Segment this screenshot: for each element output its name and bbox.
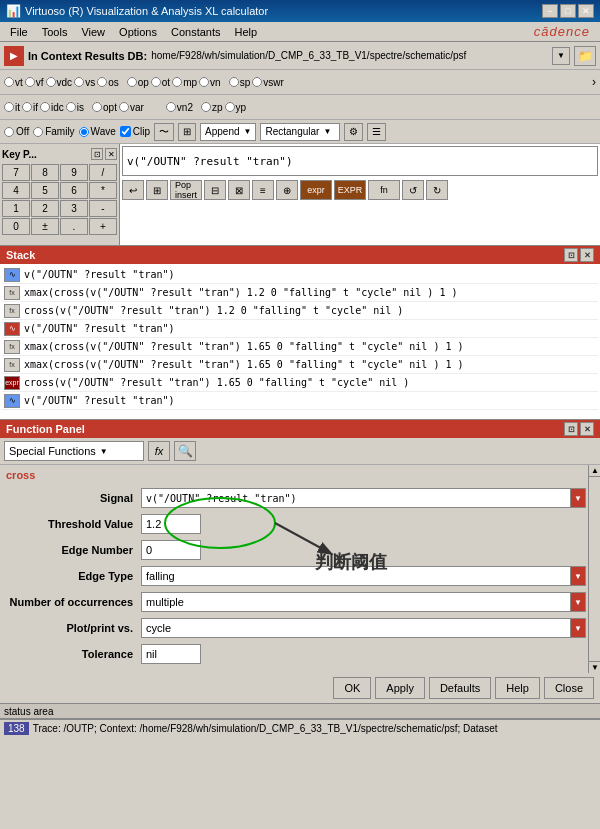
context-folder-button[interactable]: 📁	[574, 46, 596, 66]
stack-close-btn[interactable]: ✕	[580, 248, 594, 262]
radio-sp[interactable]	[229, 77, 239, 87]
occurrences-arrow-btn[interactable]: ▼	[570, 592, 586, 612]
close-window-button[interactable]: ✕	[578, 4, 594, 18]
radio-mp[interactable]	[172, 77, 182, 87]
apply-button[interactable]: Apply	[375, 677, 425, 699]
undo2-btn[interactable]: ↺	[402, 180, 424, 200]
grid-icon-btn[interactable]: ⊞	[178, 123, 196, 141]
tolerance-input[interactable]	[141, 644, 201, 664]
minus-btn[interactable]: ⊟	[204, 180, 226, 200]
list-btn[interactable]: ☰	[367, 123, 386, 141]
key-0[interactable]: 0	[2, 218, 30, 235]
key-plusminus[interactable]: ±	[31, 218, 59, 235]
radio-os[interactable]	[97, 77, 107, 87]
key-divide[interactable]: /	[89, 164, 117, 181]
stack-row-0[interactable]: ∿ v("/OUTN" ?result "tran")	[2, 266, 598, 284]
radio-opt[interactable]	[92, 102, 102, 112]
radio-family[interactable]	[33, 127, 43, 137]
edge-number-input[interactable]	[141, 540, 201, 560]
calc-btn[interactable]: ⊕	[276, 180, 298, 200]
close-button[interactable]: Close	[544, 677, 594, 699]
search-icon-btn[interactable]: 🔍	[174, 441, 196, 461]
scroll-up-btn[interactable]: ▲	[589, 465, 600, 477]
menu-tools[interactable]: Tools	[36, 25, 74, 39]
stack-row-5[interactable]: fx xmax(cross(v("/OUTN" ?result "tran") …	[2, 356, 598, 374]
expression-input[interactable]	[122, 146, 598, 176]
rectangular-dropdown[interactable]: Rectangular ▼	[260, 123, 340, 141]
stack-detach-btn[interactable]: ⊡	[564, 248, 578, 262]
key-minus[interactable]: -	[89, 200, 117, 217]
stack-row-1[interactable]: fx xmax(cross(v("/OUTN" ?result "tran") …	[2, 284, 598, 302]
signal-arrow-btn[interactable]: ▼	[570, 488, 586, 508]
scroll-down-btn[interactable]: ▼	[589, 661, 600, 673]
key-7[interactable]: 7	[2, 164, 30, 181]
keypad-detach-btn[interactable]: ⊡	[91, 148, 103, 160]
key-1[interactable]: 1	[2, 200, 30, 217]
menu-constants[interactable]: Constants	[165, 25, 227, 39]
EXPR-btn[interactable]: EXPR	[334, 180, 366, 200]
wave-icon-btn[interactable]: 〜	[154, 123, 174, 141]
fn-btn[interactable]: fn	[368, 180, 400, 200]
clip-checkbox[interactable]	[120, 126, 131, 137]
stack-btn[interactable]: ⊞	[146, 180, 168, 200]
radio-vf[interactable]	[25, 77, 35, 87]
key-8[interactable]: 8	[31, 164, 59, 181]
pop-insert-btn[interactable]: Popinsert	[170, 180, 202, 200]
append-dropdown[interactable]: Append ▼	[200, 123, 256, 141]
fx-icon-btn[interactable]: fx	[148, 441, 170, 461]
special-functions-dropdown[interactable]: Special Functions ▼	[4, 441, 144, 461]
radio-ot[interactable]	[151, 77, 161, 87]
stack-content[interactable]: ∿ v("/OUTN" ?result "tran") fx xmax(cros…	[0, 264, 600, 419]
threshold-input[interactable]	[141, 514, 201, 534]
radio-off[interactable]	[4, 127, 14, 137]
defaults-button[interactable]: Defaults	[429, 677, 491, 699]
func-close-btn[interactable]: ✕	[580, 422, 594, 436]
key-3[interactable]: 3	[60, 200, 88, 217]
list2-btn[interactable]: ≡	[252, 180, 274, 200]
keypad-close-btn[interactable]: ✕	[105, 148, 117, 160]
stack-row-3[interactable]: ∿ v("/OUTN" ?result "tran")	[2, 320, 598, 338]
radio-wave[interactable]	[79, 127, 89, 137]
context-dropdown-button[interactable]: ▼	[552, 47, 570, 65]
x-btn[interactable]: ⊠	[228, 180, 250, 200]
radio-vdc[interactable]	[46, 77, 56, 87]
radio-vt[interactable]	[4, 77, 14, 87]
key-dot[interactable]: .	[60, 218, 88, 235]
radio-if[interactable]	[22, 102, 32, 112]
radio-var[interactable]	[119, 102, 129, 112]
menu-help[interactable]: Help	[229, 25, 264, 39]
key-4[interactable]: 4	[2, 182, 30, 199]
stack-row-2[interactable]: fx cross(v("/OUTN" ?result "tran") 1.2 0…	[2, 302, 598, 320]
settings-btn[interactable]: ⚙	[344, 123, 363, 141]
radio-row1-expand[interactable]: ›	[592, 75, 596, 89]
plotprint-input[interactable]	[141, 618, 570, 638]
key-plus[interactable]: +	[89, 218, 117, 235]
edge-type-arrow-btn[interactable]: ▼	[570, 566, 586, 586]
radio-op[interactable]	[127, 77, 137, 87]
radio-zp[interactable]	[201, 102, 211, 112]
plotprint-arrow-btn[interactable]: ▼	[570, 618, 586, 638]
radio-it[interactable]	[4, 102, 14, 112]
key-multiply[interactable]: *	[89, 182, 117, 199]
radio-vs[interactable]	[74, 77, 84, 87]
expr-btn[interactable]: expr	[300, 180, 332, 200]
occurrences-input[interactable]	[141, 592, 570, 612]
minimize-button[interactable]: −	[542, 4, 558, 18]
key-9[interactable]: 9	[60, 164, 88, 181]
menu-options[interactable]: Options	[113, 25, 163, 39]
func-detach-btn[interactable]: ⊡	[564, 422, 578, 436]
redo-btn[interactable]: ↻	[426, 180, 448, 200]
stack-row-4[interactable]: fx xmax(cross(v("/OUTN" ?result "tran") …	[2, 338, 598, 356]
stack-row-6[interactable]: expr cross(v("/OUTN" ?result "tran") 1.6…	[2, 374, 598, 392]
key-2[interactable]: 2	[31, 200, 59, 217]
undo-btn[interactable]: ↩	[122, 180, 144, 200]
edge-type-input[interactable]	[141, 566, 570, 586]
radio-vn[interactable]	[199, 77, 209, 87]
signal-input[interactable]	[141, 488, 570, 508]
radio-is[interactable]	[66, 102, 76, 112]
stack-row-7[interactable]: ∿ v("/OUTN" ?result "tran")	[2, 392, 598, 410]
help-button[interactable]: Help	[495, 677, 540, 699]
key-6[interactable]: 6	[60, 182, 88, 199]
cross-form-scrollbar[interactable]: ▲ ▼	[588, 465, 600, 673]
radio-vn2[interactable]	[166, 102, 176, 112]
